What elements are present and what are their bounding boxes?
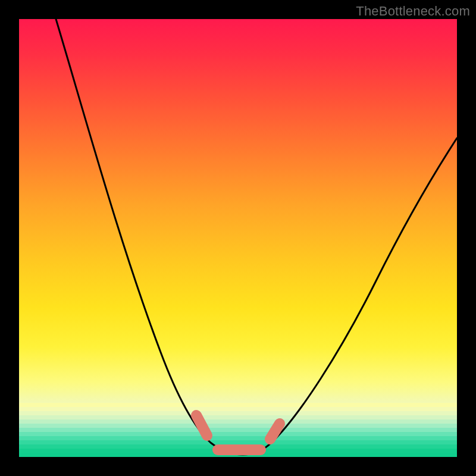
watermark-text: TheBottleneck.com bbox=[356, 4, 470, 19]
chart-frame: TheBottleneck.com bbox=[0, 0, 476, 476]
highlight-sausages bbox=[196, 415, 280, 450]
plot-area bbox=[19, 19, 457, 457]
curve-layer bbox=[19, 19, 457, 457]
bottleneck-curve bbox=[56, 19, 457, 455]
sausage-left bbox=[196, 415, 207, 436]
